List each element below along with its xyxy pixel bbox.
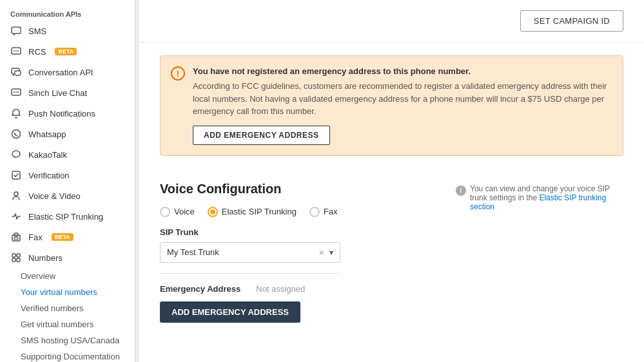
sip-trunk-label: SIP Trunk xyxy=(160,227,430,237)
voice-config-left: Voice Configuration Voice Elastic SIP Tr… xyxy=(160,182,430,323)
voice-icon xyxy=(10,190,22,202)
radio-voice-label: Voice xyxy=(174,207,195,216)
svg-point-14 xyxy=(14,192,18,196)
svg-point-11 xyxy=(12,130,21,138)
sidebar-item-fax[interactable]: Fax BETA xyxy=(0,227,135,247)
chevron-down-icon[interactable]: ▾ xyxy=(329,248,333,257)
sidebar-sub-sms-hosting[interactable]: SMS hosting USA/Canada xyxy=(10,332,135,348)
fax-icon xyxy=(10,231,22,243)
sidebar-item-conversation-api[interactable]: Conversation API xyxy=(0,62,135,82)
sidebar-sub-menu: Overview Your virtual numbers Verified n… xyxy=(0,268,135,362)
warning-text: According to FCC guidelines, customers a… xyxy=(193,80,612,118)
kakaotalk-icon xyxy=(10,149,22,160)
radio-circle-elastic-sip xyxy=(208,207,218,217)
sip-trunk-select[interactable]: My Test Trunk × ▾ xyxy=(160,242,340,263)
main-inner: SET CAMPAIGN ID ! You have not registere… xyxy=(139,0,644,362)
sidebar-item-rcs[interactable]: RCS BETA xyxy=(0,41,135,62)
sip-trunk-value: My Test Trunk xyxy=(167,247,219,257)
sip-trunk-controls: × ▾ xyxy=(319,247,333,258)
sidebar-sub-your-virtual-numbers[interactable]: Your virtual numbers xyxy=(10,284,135,300)
emergency-address-label: Emergency Address xyxy=(160,284,240,294)
svg-point-3 xyxy=(15,50,17,52)
svg-rect-20 xyxy=(12,258,15,262)
sidebar-item-sms[interactable]: SMS xyxy=(0,21,135,41)
voice-config-note-text: You can view and change your voice SIP t… xyxy=(470,184,623,211)
radio-circle-fax xyxy=(309,207,320,217)
verification-icon xyxy=(10,169,22,181)
svg-rect-21 xyxy=(17,258,20,262)
sidebar-item-rcs-label: RCS xyxy=(28,47,46,57)
svg-point-12 xyxy=(12,151,20,157)
sidebar-item-push-notifications[interactable]: Push Notifications xyxy=(0,103,135,124)
bell-icon xyxy=(10,108,22,119)
sidebar-item-elastic-sip-label: Elastic SIP Trunking xyxy=(28,212,103,222)
radio-group-voice-type: Voice Elastic SIP Trunking Fax xyxy=(160,207,430,217)
sidebar-item-kakaotalk[interactable]: KakaoTalk xyxy=(0,144,135,165)
sidebar-item-sms-label: SMS xyxy=(28,26,46,36)
svg-rect-19 xyxy=(17,254,20,257)
svg-rect-17 xyxy=(14,238,18,240)
sidebar-item-kakaotalk-label: KakaoTalk xyxy=(28,150,67,160)
emergency-address-row: Emergency Address Not assigned xyxy=(160,284,430,294)
sidebar-item-elastic-sip[interactable]: Elastic SIP Trunking xyxy=(0,206,135,227)
sidebar-item-voice-video-label: Voice & Video xyxy=(28,191,81,201)
warning-title: You have not registered an emergency add… xyxy=(193,66,612,76)
main-content: SET CAMPAIGN ID ! You have not registere… xyxy=(139,0,644,362)
fax-beta-badge: BETA xyxy=(52,233,73,241)
sidebar-sub-get-virtual-numbers[interactable]: Get virtual numbers xyxy=(10,316,135,332)
svg-point-10 xyxy=(17,91,19,93)
radio-fax-label: Fax xyxy=(324,207,338,216)
svg-point-2 xyxy=(14,50,15,52)
whatsapp-icon xyxy=(10,128,22,140)
sidebar: Communication APIs SMS RCS BETA Conversa… xyxy=(0,0,135,362)
sip-trunk-clear-icon[interactable]: × xyxy=(319,247,324,258)
warning-icon: ! xyxy=(171,66,185,81)
rcs-beta-badge: BETA xyxy=(55,48,77,55)
sidebar-section-title: Communication APIs xyxy=(0,5,135,21)
sidebar-sub-verified-numbers[interactable]: Verified numbers xyxy=(10,300,135,316)
emergency-address-value: Not assigned xyxy=(256,284,305,294)
radio-fax[interactable]: Fax xyxy=(309,207,338,217)
radio-circle-voice xyxy=(160,207,170,217)
radio-elastic-sip-label: Elastic SIP Trunking xyxy=(222,207,297,216)
radio-voice[interactable]: Voice xyxy=(160,207,195,217)
section-divider xyxy=(160,273,340,274)
sidebar-item-whatsapp[interactable]: Whatsapp xyxy=(0,124,135,144)
svg-point-4 xyxy=(17,50,19,52)
sidebar-item-push-notifications-label: Push Notifications xyxy=(28,109,95,119)
chat-icon xyxy=(10,87,22,99)
svg-rect-0 xyxy=(12,27,21,33)
sidebar-sub-supporting-docs[interactable]: Supporting Documentation xyxy=(10,348,135,362)
voice-config-right-note: i You can view and change your voice SIP… xyxy=(456,182,623,323)
svg-point-9 xyxy=(15,91,17,93)
sidebar-item-sinch-live-chat-label: Sinch Live Chat xyxy=(28,88,87,98)
add-emergency-address-button-warning[interactable]: ADD EMERGENCY ADDRESS xyxy=(193,126,330,145)
sidebar-item-verification-label: Verification xyxy=(28,171,70,180)
svg-rect-18 xyxy=(12,254,15,257)
svg-point-8 xyxy=(14,91,15,93)
radio-elastic-sip[interactable]: Elastic SIP Trunking xyxy=(208,207,297,217)
sidebar-item-conversation-api-label: Conversation API xyxy=(28,68,93,77)
conversation-icon xyxy=(10,66,22,78)
sidebar-item-verification[interactable]: Verification xyxy=(0,165,135,186)
sidebar-item-numbers[interactable]: Numbers xyxy=(0,247,135,268)
rcs-icon xyxy=(10,46,22,57)
warning-banner: ! You have not registered an emergency a… xyxy=(160,55,623,156)
voice-config-section: Voice Configuration Voice Elastic SIP Tr… xyxy=(139,169,644,336)
sidebar-item-voice-video[interactable]: Voice & Video xyxy=(0,186,135,206)
sidebar-item-whatsapp-label: Whatsapp xyxy=(28,129,66,139)
sidebar-item-sinch-live-chat[interactable]: Sinch Live Chat xyxy=(0,82,135,103)
sidebar-item-fax-label: Fax xyxy=(28,233,43,242)
sidebar-item-numbers-label: Numbers xyxy=(28,253,63,263)
top-bar: SET CAMPAIGN ID xyxy=(139,0,644,43)
info-icon: i xyxy=(456,186,466,196)
sms-icon xyxy=(10,25,22,37)
numbers-icon xyxy=(10,252,22,263)
sidebar-sub-overview[interactable]: Overview xyxy=(10,268,135,284)
add-emergency-address-button[interactable]: ADD EMERGENCY ADDRESS xyxy=(160,301,300,323)
set-campaign-button[interactable]: SET CAMPAIGN ID xyxy=(520,10,623,32)
svg-rect-6 xyxy=(15,71,21,75)
sip-icon xyxy=(10,211,22,222)
voice-config-title: Voice Configuration xyxy=(160,182,430,196)
